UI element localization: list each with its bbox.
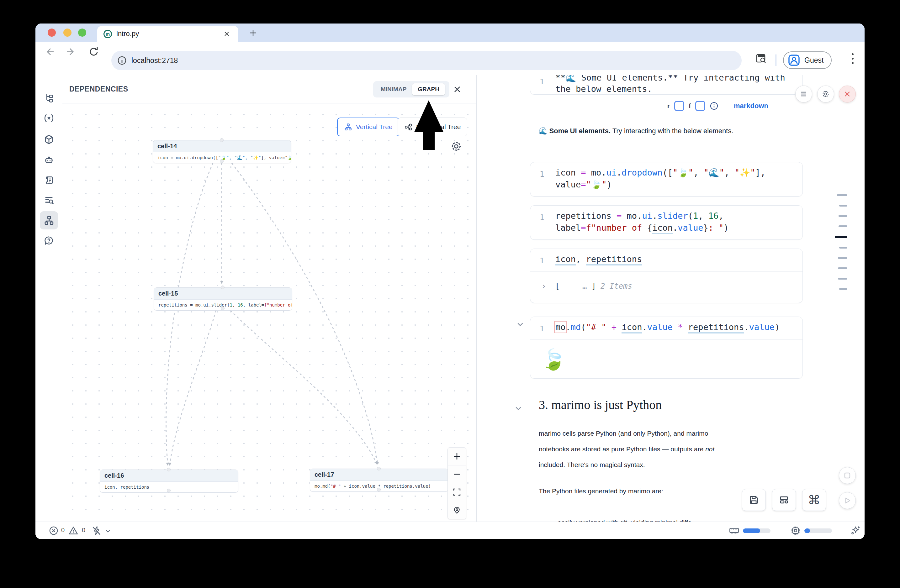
- vertical-tree-button[interactable]: Vertical Tree: [337, 118, 399, 136]
- shutdown-button[interactable]: [839, 85, 856, 102]
- notebook-settings-button[interactable]: [817, 85, 834, 102]
- node-title: cell-15: [154, 288, 292, 300]
- node-title: cell-17: [310, 469, 448, 481]
- code-line: value="🍃"): [556, 179, 612, 190]
- sidebar-item-dependency-graph[interactable]: [40, 211, 58, 229]
- tab-minimap[interactable]: MINIMAP: [375, 84, 412, 95]
- minimap-cell-marker[interactable]: [839, 288, 847, 290]
- dependency-edges: [62, 104, 476, 521]
- errors-icon[interactable]: [49, 526, 59, 535]
- browser-tab[interactable]: m intro.py: [97, 26, 238, 42]
- dependencies-panel: DEPENDENCIES MINIMAP GRAPH: [62, 75, 476, 521]
- sidebar-item-file-tree[interactable]: [40, 89, 58, 107]
- guest-profile-button[interactable]: Guest: [783, 51, 832, 69]
- reactive-checkbox[interactable]: [674, 101, 684, 111]
- cell-output-collapsed[interactable]: › [ … ] 2 Items: [542, 280, 632, 292]
- tab-close-icon[interactable]: [223, 30, 230, 37]
- minimap-cell-marker[interactable]: [839, 247, 847, 249]
- sidebar-item-ai-assistant[interactable]: [40, 151, 58, 169]
- minimap-cell-marker-active[interactable]: [835, 236, 847, 238]
- run-all-button[interactable]: [839, 492, 856, 509]
- line-number: 1: [540, 213, 544, 222]
- sidebar-item-logs-search[interactable]: [40, 191, 58, 209]
- horizontal-tree-button[interactable]: Horizontal Tree: [398, 118, 467, 136]
- output-divider: [530, 116, 803, 116]
- minimap-cell-marker[interactable]: [836, 194, 847, 196]
- vertical-tree-icon: [344, 123, 352, 131]
- collapse-cell-chevron-icon[interactable]: [515, 320, 525, 329]
- line-number: 1: [540, 256, 544, 265]
- autorun-disabled-icon[interactable]: [91, 525, 102, 536]
- cell-output-divider: [530, 271, 802, 272]
- marimo-favicon: m: [104, 30, 112, 38]
- minimap-cell-marker[interactable]: [838, 215, 847, 217]
- horizontal-tree-label: Horizontal Tree: [416, 123, 461, 131]
- markdown-output-rest: Try interacting with the below elements.: [611, 127, 733, 135]
- sidebar-item-packages[interactable]: [40, 130, 58, 149]
- minimap-cell-marker[interactable]: [839, 205, 847, 207]
- reload-icon[interactable]: [88, 46, 99, 57]
- help-icon: [44, 236, 54, 246]
- save-button[interactable]: [742, 489, 766, 511]
- zoom-in-button[interactable]: [448, 447, 466, 466]
- minimap-cell-marker[interactable]: [838, 267, 847, 269]
- warnings-icon[interactable]: [68, 525, 79, 536]
- site-info-icon[interactable]: [117, 56, 127, 65]
- browser-menu-icon[interactable]: [851, 52, 855, 65]
- gutter-divider: [550, 75, 550, 93]
- new-tab-button[interactable]: [249, 28, 258, 37]
- variables-icon: [44, 113, 54, 123]
- url-bar[interactable]: localhost:2718: [111, 51, 742, 70]
- fit-view-button[interactable]: [448, 483, 466, 501]
- code-cell-dropdown[interactable]: 1 icon = mo.ui.dropdown(["🍃", "🌊", "✨"],…: [530, 162, 803, 197]
- view-mode-toggle: MINIMAP GRAPH: [373, 81, 449, 97]
- tab-graph[interactable]: GRAPH: [412, 84, 445, 95]
- traffic-light-close[interactable]: [48, 28, 56, 37]
- minimap-cell-marker[interactable]: [838, 225, 847, 227]
- tab-search-icon[interactable]: [755, 53, 767, 65]
- close-panel-icon[interactable]: [453, 85, 461, 93]
- collapse-section-chevron-icon[interactable]: [514, 404, 523, 413]
- markdown-output-bold: 🌊 Some UI elements.: [539, 127, 611, 135]
- paragraph-line: included. There's no magical syntax.: [539, 461, 645, 468]
- traffic-light-zoom[interactable]: [78, 28, 86, 37]
- graph-settings-icon[interactable]: [450, 140, 462, 153]
- layout-button[interactable]: [772, 489, 796, 511]
- forward-icon[interactable]: [65, 46, 77, 57]
- ai-sparkle-icon[interactable]: [849, 525, 861, 536]
- format-checkbox[interactable]: [695, 101, 705, 111]
- graph-zoom-controls: [447, 447, 466, 519]
- stop-kernel-button[interactable]: [839, 467, 856, 484]
- back-icon[interactable]: [43, 46, 55, 57]
- traffic-light-minimize[interactable]: [64, 28, 71, 37]
- sidebar-item-variables[interactable]: [40, 109, 58, 127]
- cell-info-icon[interactable]: [710, 102, 718, 110]
- gutter-divider: [550, 210, 550, 235]
- cell-output-emoji: 🍃: [541, 344, 566, 375]
- zoom-out-button[interactable]: [448, 466, 466, 483]
- minimap-cell-marker[interactable]: [838, 257, 847, 259]
- code-cell-momd[interactable]: 1 mo.md("# " + icon.value * repetitions.…: [530, 317, 803, 379]
- code-line: **🌊 Some UI elements.** Try interacting …: [556, 75, 785, 84]
- line-number: 1: [540, 77, 544, 86]
- profile-icon: [788, 54, 800, 66]
- cell-menu-button[interactable]: [795, 85, 812, 102]
- browser-window: m intro.py localhost:2718: [36, 23, 864, 539]
- ram-usage-bar: [743, 528, 771, 533]
- node-port: [220, 138, 223, 142]
- dependency-graph-canvas[interactable]: Vertical Tree Horizontal Tree cell-14 ic…: [62, 104, 476, 521]
- markdown-code-cell[interactable]: 1 **🌊 Some UI elements.** Try interactin…: [530, 75, 803, 94]
- code-line: icon, repetitions: [556, 253, 642, 265]
- runtime-chevron-icon[interactable]: [104, 527, 112, 535]
- browser-tab-bar: m intro.py: [36, 23, 864, 42]
- code-cell-slider[interactable]: 1 repetitions = mo.ui.slider(1, 16, labe…: [530, 205, 803, 240]
- command-palette-button[interactable]: ⌘: [802, 489, 826, 511]
- minimap-cell-marker[interactable]: [838, 278, 847, 280]
- cell-mode-label[interactable]: markdown: [734, 102, 768, 110]
- node-port: [377, 488, 381, 492]
- locate-node-button[interactable]: [448, 501, 466, 519]
- sidebar-item-help[interactable]: [40, 232, 58, 250]
- sidebar-item-snippets[interactable]: [40, 171, 58, 189]
- notebook-panel: 1 **🌊 Some UI elements.** Try interactin…: [476, 75, 864, 521]
- code-cell-tuple[interactable]: 1 icon, repetitions › [ … ] 2 Items: [530, 249, 803, 303]
